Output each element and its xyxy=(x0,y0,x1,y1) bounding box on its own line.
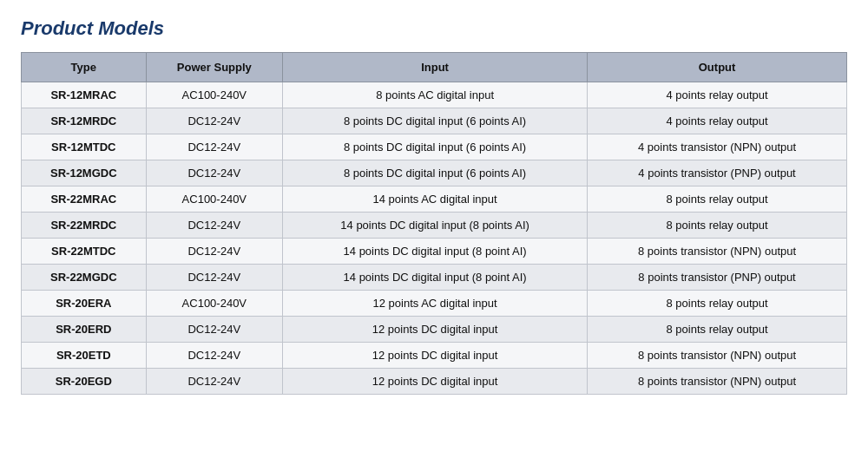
cell-input: 14 points DC digital input (8 points AI) xyxy=(283,213,588,239)
cell-type: SR-20ERD xyxy=(22,317,147,343)
cell-power: DC12-24V xyxy=(146,343,282,369)
cell-type: SR-12MTDC xyxy=(22,134,147,160)
cell-power: AC100-240V xyxy=(146,186,282,213)
table-row: SR-22MRACAC100-240V14 points AC digital … xyxy=(22,186,847,213)
cell-input: 8 points DC digital input (6 points AI) xyxy=(283,160,588,186)
cell-power: DC12-24V xyxy=(146,265,282,291)
cell-type: SR-22MRAC xyxy=(22,186,147,213)
table-row: SR-22MGDCDC12-24V14 points DC digital in… xyxy=(22,265,847,291)
cell-type: SR-20ETD xyxy=(22,343,147,369)
cell-input: 12 points DC digital input xyxy=(283,369,588,395)
cell-power: DC12-24V xyxy=(146,239,282,265)
cell-power: DC12-24V xyxy=(146,369,282,395)
cell-type: SR-20EGD xyxy=(22,369,147,395)
col-header-output: Output xyxy=(588,53,847,82)
table-row: SR-20ETDDC12-24V12 points DC digital inp… xyxy=(22,343,847,369)
cell-input: 8 points DC digital input (6 points AI) xyxy=(283,134,588,160)
cell-output: 4 points relay output xyxy=(588,82,847,108)
cell-power: AC100-240V xyxy=(146,291,282,317)
table-row: SR-12MRACAC100-240V8 points AC digital i… xyxy=(22,82,847,108)
cell-type: SR-20ERA xyxy=(22,291,147,317)
col-header-input: Input xyxy=(283,53,588,82)
cell-output: 8 points transistor (NPN) output xyxy=(588,369,847,395)
cell-input: 14 points DC digital input (8 point AI) xyxy=(283,265,588,291)
cell-power: AC100-240V xyxy=(146,82,282,108)
cell-output: 8 points transistor (NPN) output xyxy=(588,343,847,369)
cell-type: SR-12MGDC xyxy=(22,160,147,186)
cell-output: 8 points relay output xyxy=(588,213,847,239)
table-row: SR-22MTDCDC12-24V14 points DC digital in… xyxy=(22,239,847,265)
col-header-power: Power Supply xyxy=(146,53,282,82)
table-row: SR-12MGDCDC12-24V8 points DC digital inp… xyxy=(22,160,847,186)
cell-output: 4 points transistor (NPN) output xyxy=(588,134,847,160)
cell-output: 4 points relay output xyxy=(588,108,847,134)
cell-type: SR-22MTDC xyxy=(22,239,147,265)
cell-power: DC12-24V xyxy=(146,134,282,160)
cell-type: SR-22MGDC xyxy=(22,265,147,291)
cell-output: 4 points transistor (PNP) output xyxy=(588,160,847,186)
cell-input: 12 points AC digital input xyxy=(283,291,588,317)
cell-input: 12 points DC digital input xyxy=(283,317,588,343)
cell-input: 14 points AC digital input xyxy=(283,186,588,213)
cell-type: SR-22MRDC xyxy=(22,213,147,239)
cell-type: SR-12MRAC xyxy=(22,82,147,108)
cell-power: DC12-24V xyxy=(146,213,282,239)
col-header-type: Type xyxy=(22,53,147,82)
cell-input: 14 points DC digital input (8 point AI) xyxy=(283,239,588,265)
cell-input: 12 points DC digital input xyxy=(283,343,588,369)
table-header-row: Type Power Supply Input Output xyxy=(22,53,847,82)
cell-output: 8 points transistor (NPN) output xyxy=(588,239,847,265)
table-row: SR-12MTDCDC12-24V8 points DC digital inp… xyxy=(22,134,847,160)
cell-type: SR-12MRDC xyxy=(22,108,147,134)
table-row: SR-20EGDDC12-24V12 points DC digital inp… xyxy=(22,369,847,395)
cell-input: 8 points DC digital input (6 points AI) xyxy=(283,108,588,134)
cell-power: DC12-24V xyxy=(146,317,282,343)
page-title: Product Models xyxy=(21,17,847,40)
table-row: SR-22MRDCDC12-24V14 points DC digital in… xyxy=(22,213,847,239)
cell-input: 8 points AC digital input xyxy=(283,82,588,108)
table-row: SR-12MRDCDC12-24V8 points DC digital inp… xyxy=(22,108,847,134)
cell-output: 8 points transistor (PNP) output xyxy=(588,265,847,291)
cell-output: 8 points relay output xyxy=(588,291,847,317)
cell-power: DC12-24V xyxy=(146,108,282,134)
cell-output: 8 points relay output xyxy=(588,186,847,213)
table-row: SR-20ERDDC12-24V12 points DC digital inp… xyxy=(22,317,847,343)
cell-power: DC12-24V xyxy=(146,160,282,186)
cell-output: 8 points relay output xyxy=(588,317,847,343)
table-row: SR-20ERAAC100-240V12 points AC digital i… xyxy=(22,291,847,317)
product-models-table: Type Power Supply Input Output SR-12MRAC… xyxy=(21,52,847,395)
